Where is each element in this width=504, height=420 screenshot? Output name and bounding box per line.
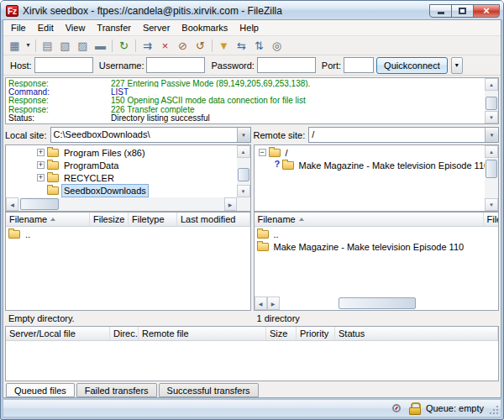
file-list-item[interactable]: Make Magazine - Make television Episode … — [255, 240, 499, 253]
scroll-left-icon[interactable] — [6, 197, 18, 211]
file-list-item[interactable]: .. — [255, 228, 499, 240]
scroll-right-icon[interactable] — [267, 297, 280, 310]
speed-limits-icon[interactable] — [391, 402, 402, 414]
file-list-item[interactable]: .. — [6, 228, 250, 240]
scrollbar-thumb[interactable] — [486, 160, 497, 178]
local-tree-vscrollbar[interactable] — [237, 145, 250, 197]
menu-item[interactable]: Server — [137, 21, 176, 34]
scroll-up-icon[interactable] — [485, 145, 498, 158]
scrollbar-thumb[interactable] — [486, 97, 497, 110]
column-header[interactable]: Filesize — [484, 213, 499, 226]
titlebar[interactable]: Fz Xirvik seedbox - ftpes://candela@piti… — [1, 1, 503, 19]
combo-dropdown-icon[interactable] — [237, 128, 250, 142]
scroll-up-icon[interactable] — [485, 78, 498, 91]
scroll-up-icon[interactable] — [237, 145, 250, 158]
remote-tree-vscrollbar[interactable] — [485, 145, 498, 211]
column-header[interactable]: Filename — [255, 213, 484, 226]
remote-site-label: Remote site: — [254, 130, 306, 140]
column-header[interactable]: Filename — [6, 213, 90, 226]
scroll-right-icon[interactable] — [224, 197, 237, 211]
reconnect-icon[interactable]: ↺ — [192, 38, 209, 54]
column-header[interactable]: Remote file — [139, 327, 266, 340]
resize-grip-icon[interactable] — [489, 405, 499, 415]
queue-tab[interactable]: Failed transfers — [76, 383, 157, 397]
scrollbar-thumb[interactable] — [339, 297, 416, 309]
column-header[interactable]: Status — [335, 327, 498, 340]
menu-item[interactable]: Help — [234, 21, 265, 34]
scroll-left-icon[interactable] — [255, 297, 267, 310]
toggle-queue-icon[interactable]: ▬ — [92, 38, 109, 54]
column-header-label: Filesize — [93, 214, 124, 224]
local-path-value[interactable]: C:\SeedboxDownloads\ — [51, 128, 237, 142]
remote-site-combobox[interactable]: / — [308, 127, 499, 143]
close-button[interactable] — [473, 4, 500, 18]
combo-dropdown-icon[interactable] — [485, 128, 498, 142]
port-input[interactable] — [344, 57, 374, 73]
process-queue-icon[interactable]: ⇉ — [139, 38, 156, 54]
tree-item[interactable]: + ProgramData — [6, 159, 237, 171]
queue-tab[interactable]: Queued files — [6, 383, 75, 397]
disconnect-icon[interactable]: ⊘ — [174, 38, 192, 54]
expand-toggle-icon[interactable]: + — [37, 161, 45, 169]
column-header[interactable]: Server/Local file — [6, 327, 110, 340]
tree-item[interactable]: SeedboxDownloads — [6, 184, 237, 197]
queue-tab[interactable]: Successful transfers — [159, 383, 259, 397]
tree-item[interactable]: − / — [255, 146, 486, 159]
menu-item[interactable]: View — [60, 21, 92, 34]
expand-toggle-icon[interactable]: − — [259, 149, 266, 156]
cancel-icon[interactable]: × — [156, 38, 174, 54]
minimize-button[interactable] — [429, 4, 452, 18]
column-header[interactable]: Filesize — [90, 213, 129, 226]
local-tree-hscrollbar[interactable] — [6, 197, 237, 211]
remote-path-value[interactable]: / — [309, 128, 485, 142]
column-header[interactable]: Last modified — [177, 213, 250, 226]
scrollbar-thumb[interactable] — [20, 198, 59, 210]
log-scrollbar[interactable] — [485, 78, 498, 123]
scrollbar-track[interactable] — [485, 91, 498, 111]
username-input[interactable] — [146, 57, 205, 73]
quickconnect-button[interactable]: Quickconnect — [376, 57, 448, 74]
scroll-down-icon[interactable] — [485, 198, 498, 211]
local-directory-tree: + Program Files (x86) + ProgramData + RE… — [5, 144, 251, 212]
column-header[interactable]: Filetype — [129, 213, 177, 226]
tree-item[interactable]: Make Magazine - Make television Episode … — [255, 159, 486, 171]
toggle-remote-tree-icon[interactable]: ▨ — [74, 38, 92, 54]
quickconnect-dropdown-icon[interactable]: ▾ — [451, 57, 463, 74]
filter-icon[interactable]: ▼ — [215, 38, 233, 54]
column-header[interactable]: Priority — [297, 327, 335, 340]
column-header[interactable]: Direc... — [110, 327, 139, 340]
expand-toggle-icon[interactable]: + — [37, 149, 45, 156]
refresh-icon[interactable]: ↻ — [115, 38, 133, 54]
column-header-label: Filesize — [487, 214, 499, 224]
filezilla-logo-icon[interactable]: Fz — [6, 5, 18, 17]
sync-browsing-icon[interactable]: ⇅ — [250, 38, 268, 54]
log-entry: Response: 226 Transfer complete — [8, 105, 484, 113]
tree-item-label: RECYCLER — [62, 172, 116, 184]
expand-toggle-icon[interactable]: + — [37, 174, 45, 181]
remote-list-hscrollbar[interactable] — [255, 297, 280, 310]
local-site-combobox[interactable]: C:\SeedboxDownloads\ — [50, 127, 251, 143]
scroll-down-icon[interactable] — [237, 185, 250, 197]
site-manager-dropdown-icon[interactable]: ▾ — [24, 38, 33, 54]
tree-item[interactable]: + Program Files (x86) — [6, 146, 237, 159]
site-manager-icon[interactable]: ▦ — [6, 38, 24, 54]
menu-item[interactable]: Transfer — [91, 21, 137, 34]
compare-icon[interactable]: ⇆ — [233, 38, 250, 54]
menu-item[interactable]: Edit — [32, 21, 60, 34]
scrollbar-track[interactable] — [485, 158, 498, 198]
encryption-lock-icon[interactable] — [408, 402, 420, 414]
find-files-icon[interactable]: ◎ — [268, 38, 286, 54]
column-header[interactable]: Size — [266, 327, 297, 340]
toggle-local-tree-icon[interactable]: ▧ — [56, 38, 74, 54]
scrollbar-track[interactable] — [18, 197, 224, 211]
scrollbar-thumb[interactable] — [238, 168, 249, 181]
maximize-button[interactable] — [451, 4, 474, 18]
host-input[interactable] — [34, 57, 93, 73]
menu-item[interactable]: Bookmarks — [176, 21, 234, 34]
tree-item[interactable]: + RECYCLER — [6, 171, 237, 184]
scroll-down-icon[interactable] — [485, 111, 498, 123]
password-input[interactable] — [257, 57, 316, 73]
toggle-log-icon[interactable]: ▤ — [39, 38, 56, 54]
scrollbar-track[interactable] — [237, 158, 250, 185]
menu-item[interactable]: File — [5, 21, 32, 34]
